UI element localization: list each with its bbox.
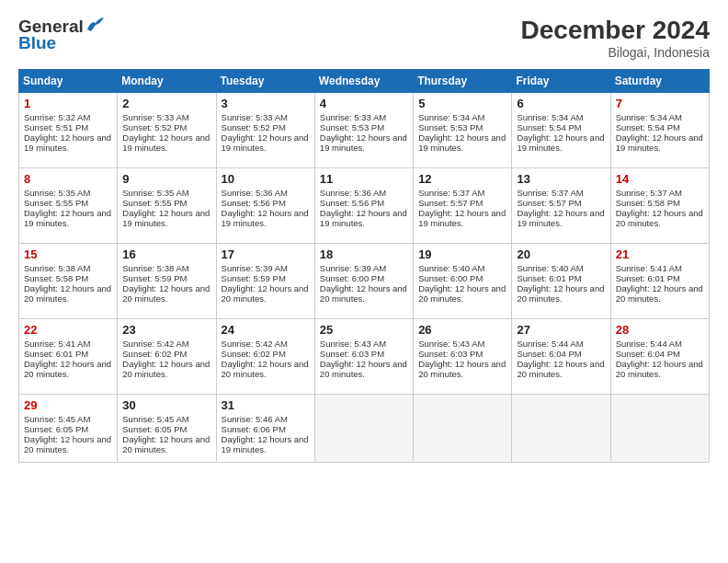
table-row: 17 Sunrise: 5:39 AM Sunset: 5:59 PM Dayl…: [216, 243, 314, 318]
daylight-label: Daylight: 12 hours and 20 minutes.: [122, 359, 210, 379]
sunset-label: Sunset: 6:00 PM: [320, 273, 384, 283]
table-row: 30 Sunrise: 5:45 AM Sunset: 6:05 PM Dayl…: [118, 394, 216, 462]
sunset-label: Sunset: 6:00 PM: [418, 273, 483, 283]
day-number: 20: [517, 247, 605, 261]
sunrise-label: Sunrise: 5:39 AM: [320, 263, 386, 273]
sunrise-label: Sunrise: 5:36 AM: [320, 188, 386, 198]
table-row: 10 Sunrise: 5:36 AM Sunset: 5:56 PM Dayl…: [216, 167, 314, 243]
table-row: 13 Sunrise: 5:37 AM Sunset: 5:57 PM Dayl…: [512, 167, 610, 243]
sunrise-label: Sunrise: 5:42 AM: [222, 339, 288, 349]
table-row: 11 Sunrise: 5:36 AM Sunset: 5:56 PM Dayl…: [314, 167, 413, 243]
daylight-label: Daylight: 12 hours and 20 minutes.: [24, 434, 111, 454]
table-row: 22 Sunrise: 5:41 AM Sunset: 6:01 PM Dayl…: [19, 318, 118, 394]
table-row: 20 Sunrise: 5:40 AM Sunset: 6:01 PM Dayl…: [512, 243, 610, 318]
sunset-label: Sunset: 6:06 PM: [222, 424, 286, 434]
day-number: 16: [122, 247, 210, 261]
col-thursday: Thursday: [414, 69, 512, 92]
daylight-label: Daylight: 12 hours and 20 minutes.: [418, 283, 506, 304]
sunset-label: Sunset: 5:56 PM: [320, 198, 384, 208]
table-row: 7 Sunrise: 5:34 AM Sunset: 5:54 PM Dayli…: [610, 92, 709, 167]
sunset-label: Sunset: 6:03 PM: [418, 349, 483, 359]
day-number: 24: [222, 323, 310, 337]
daylight-label: Daylight: 12 hours and 20 minutes.: [24, 283, 111, 304]
daylight-label: Daylight: 12 hours and 19 minutes.: [222, 132, 309, 153]
sunrise-label: Sunrise: 5:40 AM: [418, 263, 484, 273]
sunset-label: Sunset: 6:04 PM: [517, 349, 581, 359]
sunrise-label: Sunrise: 5:33 AM: [122, 112, 188, 122]
sunset-label: Sunset: 5:59 PM: [222, 273, 286, 283]
daylight-label: Daylight: 12 hours and 19 minutes.: [122, 132, 210, 153]
header: General Blue December 2024 Bilogai, Indo…: [18, 17, 710, 60]
day-number: 19: [418, 247, 506, 261]
sunset-label: Sunset: 5:56 PM: [222, 198, 286, 208]
day-number: 25: [320, 323, 408, 337]
day-number: 10: [222, 172, 310, 186]
sunrise-label: Sunrise: 5:44 AM: [616, 339, 682, 349]
daylight-label: Daylight: 12 hours and 19 minutes.: [616, 132, 703, 153]
sunrise-label: Sunrise: 5:32 AM: [24, 112, 90, 122]
table-row: 12 Sunrise: 5:37 AM Sunset: 5:57 PM Dayl…: [414, 167, 512, 243]
sunrise-label: Sunrise: 5:43 AM: [418, 339, 484, 349]
day-number: 28: [616, 323, 704, 337]
daylight-label: Daylight: 12 hours and 20 minutes.: [418, 359, 506, 379]
sunrise-label: Sunrise: 5:46 AM: [222, 414, 288, 424]
daylight-label: Daylight: 12 hours and 19 minutes.: [517, 208, 604, 228]
day-number: 18: [320, 247, 408, 261]
sunrise-label: Sunrise: 5:45 AM: [24, 414, 90, 424]
sunrise-label: Sunrise: 5:34 AM: [418, 112, 484, 122]
daylight-label: Daylight: 12 hours and 20 minutes.: [616, 359, 703, 379]
day-number: 5: [418, 97, 506, 110]
day-number: 6: [517, 97, 605, 110]
table-row: 5 Sunrise: 5:34 AM Sunset: 5:53 PM Dayli…: [414, 92, 512, 167]
col-sunday: Sunday: [19, 69, 118, 92]
daylight-label: Daylight: 12 hours and 20 minutes.: [222, 283, 309, 304]
sunrise-label: Sunrise: 5:38 AM: [24, 263, 90, 273]
day-number: 30: [122, 398, 210, 412]
week-row-3: 15 Sunrise: 5:38 AM Sunset: 5:58 PM Dayl…: [19, 243, 710, 318]
table-row: 14 Sunrise: 5:37 AM Sunset: 5:58 PM Dayl…: [610, 167, 709, 243]
sunrise-label: Sunrise: 5:33 AM: [320, 112, 386, 122]
sunrise-label: Sunrise: 5:35 AM: [122, 188, 188, 198]
table-row: 15 Sunrise: 5:38 AM Sunset: 5:58 PM Dayl…: [19, 243, 118, 318]
sunrise-label: Sunrise: 5:41 AM: [616, 263, 682, 273]
table-row: 3 Sunrise: 5:33 AM Sunset: 5:52 PM Dayli…: [216, 92, 314, 167]
daylight-label: Daylight: 12 hours and 19 minutes.: [222, 208, 309, 228]
table-row: 31 Sunrise: 5:46 AM Sunset: 6:06 PM Dayl…: [216, 394, 314, 462]
sunset-label: Sunset: 5:58 PM: [616, 198, 680, 208]
sunset-label: Sunset: 6:05 PM: [122, 424, 187, 434]
sunset-label: Sunset: 5:55 PM: [122, 198, 187, 208]
daylight-label: Daylight: 12 hours and 19 minutes.: [320, 132, 407, 153]
sunset-label: Sunset: 5:52 PM: [222, 122, 286, 132]
week-row-2: 8 Sunrise: 5:35 AM Sunset: 5:55 PM Dayli…: [19, 167, 710, 243]
sunrise-label: Sunrise: 5:43 AM: [320, 339, 386, 349]
page: General Blue December 2024 Bilogai, Indo…: [0, 0, 728, 563]
sunset-label: Sunset: 5:57 PM: [517, 198, 581, 208]
day-number: 4: [320, 97, 408, 110]
daylight-label: Daylight: 12 hours and 20 minutes.: [517, 283, 604, 304]
sunrise-label: Sunrise: 5:41 AM: [24, 339, 90, 349]
day-number: 15: [24, 247, 112, 261]
day-number: 12: [418, 172, 506, 186]
table-row: [512, 394, 610, 462]
day-number: 22: [24, 323, 112, 337]
sunrise-label: Sunrise: 5:36 AM: [222, 188, 288, 198]
sunrise-label: Sunrise: 5:35 AM: [24, 188, 90, 198]
day-number: 29: [24, 398, 112, 412]
day-number: 26: [418, 323, 506, 337]
sunset-label: Sunset: 6:02 PM: [122, 349, 187, 359]
table-row: 18 Sunrise: 5:39 AM Sunset: 6:00 PM Dayl…: [314, 243, 413, 318]
day-number: 11: [320, 172, 408, 186]
table-row: 23 Sunrise: 5:42 AM Sunset: 6:02 PM Dayl…: [118, 318, 216, 394]
daylight-label: Daylight: 12 hours and 19 minutes.: [418, 132, 506, 153]
header-row: Sunday Monday Tuesday Wednesday Thursday…: [19, 69, 710, 92]
col-tuesday: Tuesday: [216, 69, 314, 92]
calendar-table: Sunday Monday Tuesday Wednesday Thursday…: [18, 69, 710, 463]
week-row-4: 22 Sunrise: 5:41 AM Sunset: 6:01 PM Dayl…: [19, 318, 710, 394]
table-row: [414, 394, 512, 462]
table-row: 27 Sunrise: 5:44 AM Sunset: 6:04 PM Dayl…: [512, 318, 610, 394]
daylight-label: Daylight: 12 hours and 20 minutes.: [616, 208, 703, 228]
table-row: 29 Sunrise: 5:45 AM Sunset: 6:05 PM Dayl…: [19, 394, 118, 462]
sunset-label: Sunset: 6:05 PM: [24, 424, 88, 434]
day-number: 2: [122, 97, 210, 110]
daylight-label: Daylight: 12 hours and 19 minutes.: [418, 208, 506, 228]
